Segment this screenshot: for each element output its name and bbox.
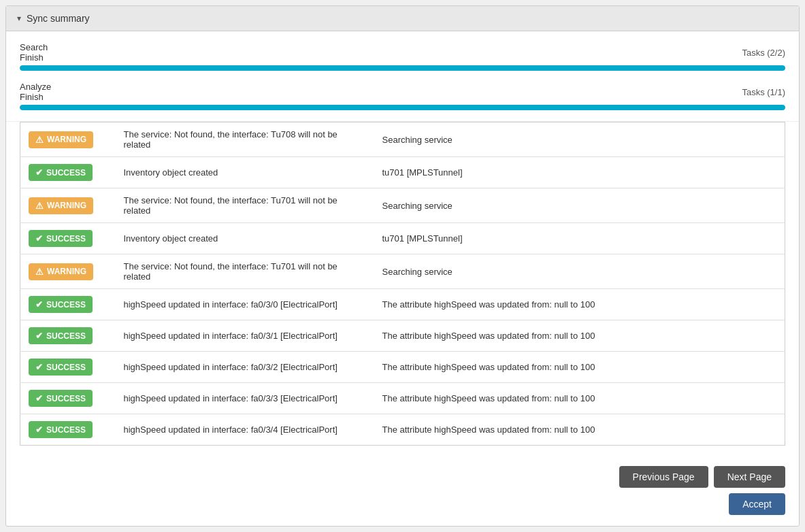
message-cell: Inventory object created	[116, 223, 374, 254]
status-badge: ✔SUCCESS	[29, 390, 93, 407]
badge-label: SUCCESS	[46, 425, 86, 435]
sync-summary-toggle[interactable]: ▾ Sync summary	[6, 6, 799, 31]
message-cell: The service: Not found, the interface: T…	[116, 122, 374, 157]
message-cell: The service: Not found, the interface: T…	[116, 188, 374, 223]
message-cell: highSpeed updated in interface: fa0/3/0 …	[116, 289, 374, 320]
detail-cell: Searching service	[374, 188, 785, 223]
status-badge: ✔SUCCESS	[29, 164, 93, 181]
search-progress-fill	[20, 65, 785, 71]
success-icon: ✔	[35, 299, 43, 310]
analyze-progress-bar	[20, 105, 785, 110]
search-progress-label: Search Finish	[20, 42, 48, 63]
status-badge: ✔SUCCESS	[29, 359, 93, 376]
status-cell: ⚠WARNING	[20, 122, 116, 157]
message-cell: highSpeed updated in interface: fa0/3/2 …	[116, 352, 374, 383]
table-row: ⚠WARNINGThe service: Not found, the inte…	[20, 254, 785, 289]
detail-cell: Searching service	[374, 122, 785, 157]
analyze-progress-block: Analyze Finish Tasks (1/1)	[20, 82, 785, 110]
results-table-container: ⚠WARNINGThe service: Not found, the inte…	[6, 122, 799, 459]
badge-label: SUCCESS	[46, 300, 86, 310]
detail-cell: tu701 [MPLSTunnel]	[374, 223, 785, 254]
success-icon: ✔	[35, 331, 43, 341]
table-row: ✔SUCCESSInventory object createdtu701 [M…	[20, 223, 785, 254]
detail-cell: The attribute highSpeed was updated from…	[374, 414, 785, 446]
badge-label: WARNING	[47, 201, 86, 210]
previous-page-button[interactable]: Previous Page	[619, 466, 708, 488]
sync-summary-label: Sync summary	[27, 13, 90, 24]
search-progress-bar	[20, 65, 785, 71]
badge-label: WARNING	[47, 267, 86, 276]
success-icon: ✔	[35, 362, 43, 372]
accept-button[interactable]: Accept	[729, 493, 785, 515]
detail-cell: The attribute highSpeed was updated from…	[374, 352, 785, 383]
badge-label: SUCCESS	[46, 331, 86, 341]
status-cell: ✔SUCCESS	[20, 320, 116, 352]
message-cell: highSpeed updated in interface: fa0/3/1 …	[116, 320, 374, 352]
table-row: ⚠WARNINGThe service: Not found, the inte…	[20, 122, 785, 157]
message-cell: Inventory object created	[116, 157, 374, 188]
status-cell: ⚠WARNING	[20, 188, 116, 223]
status-cell: ✔SUCCESS	[20, 414, 116, 446]
detail-cell: Searching service	[374, 254, 785, 289]
analyze-progress-fill	[20, 105, 785, 110]
table-row: ✔SUCCESSInventory object createdtu701 [M…	[20, 157, 785, 188]
chevron-down-icon: ▾	[17, 14, 21, 23]
status-badge: ⚠WARNING	[29, 131, 93, 148]
next-page-button[interactable]: Next Page	[714, 466, 785, 488]
detail-cell: The attribute highSpeed was updated from…	[374, 289, 785, 320]
badge-label: SUCCESS	[46, 234, 86, 244]
status-cell: ✔SUCCESS	[20, 383, 116, 414]
status-badge: ⚠WARNING	[29, 197, 93, 214]
detail-cell: tu701 [MPLSTunnel]	[374, 157, 785, 188]
badge-label: WARNING	[47, 135, 86, 144]
message-cell: highSpeed updated in interface: fa0/3/4 …	[116, 414, 374, 446]
success-icon: ✔	[35, 393, 43, 403]
success-icon: ✔	[35, 167, 43, 178]
warning-icon: ⚠	[35, 201, 44, 211]
table-row: ✔SUCCESShighSpeed updated in interface: …	[20, 289, 785, 320]
table-row: ⚠WARNINGThe service: Not found, the inte…	[20, 188, 785, 223]
success-icon: ✔	[35, 233, 43, 244]
status-cell: ✔SUCCESS	[20, 223, 116, 254]
message-cell: highSpeed updated in interface: fa0/3/3 …	[116, 383, 374, 414]
status-cell: ✔SUCCESS	[20, 157, 116, 188]
accept-bar: Accept	[6, 493, 799, 526]
badge-label: SUCCESS	[46, 168, 86, 178]
detail-cell: The attribute highSpeed was updated from…	[374, 320, 785, 352]
analyze-progress-label: Analyze Finish	[20, 82, 51, 102]
status-cell: ✔SUCCESS	[20, 289, 116, 320]
warning-icon: ⚠	[35, 267, 44, 277]
badge-label: SUCCESS	[46, 394, 86, 403]
table-row: ✔SUCCESShighSpeed updated in interface: …	[20, 352, 785, 383]
detail-cell: The attribute highSpeed was updated from…	[374, 383, 785, 414]
table-row: ✔SUCCESShighSpeed updated in interface: …	[20, 320, 785, 352]
status-badge: ✔SUCCESS	[29, 230, 93, 247]
status-badge: ⚠WARNING	[29, 263, 93, 280]
status-badge: ✔SUCCESS	[29, 296, 93, 313]
results-table: ⚠WARNINGThe service: Not found, the inte…	[20, 122, 785, 446]
status-cell: ✔SUCCESS	[20, 352, 116, 383]
analyze-tasks-label: Tasks (1/1)	[742, 87, 785, 97]
search-progress-block: Search Finish Tasks (2/2)	[20, 42, 785, 71]
badge-label: SUCCESS	[46, 363, 86, 372]
search-tasks-label: Tasks (2/2)	[742, 48, 785, 58]
table-row: ✔SUCCESShighSpeed updated in interface: …	[20, 414, 785, 446]
pagination-bar: Previous Page Next Page	[6, 459, 799, 493]
status-badge: ✔SUCCESS	[29, 327, 93, 344]
warning-icon: ⚠	[35, 135, 44, 145]
status-cell: ⚠WARNING	[20, 254, 116, 289]
status-badge: ✔SUCCESS	[29, 421, 93, 438]
table-row: ✔SUCCESShighSpeed updated in interface: …	[20, 383, 785, 414]
success-icon: ✔	[35, 425, 43, 435]
message-cell: The service: Not found, the interface: T…	[116, 254, 374, 289]
progress-section: Search Finish Tasks (2/2) Analyze Finish…	[6, 31, 799, 122]
